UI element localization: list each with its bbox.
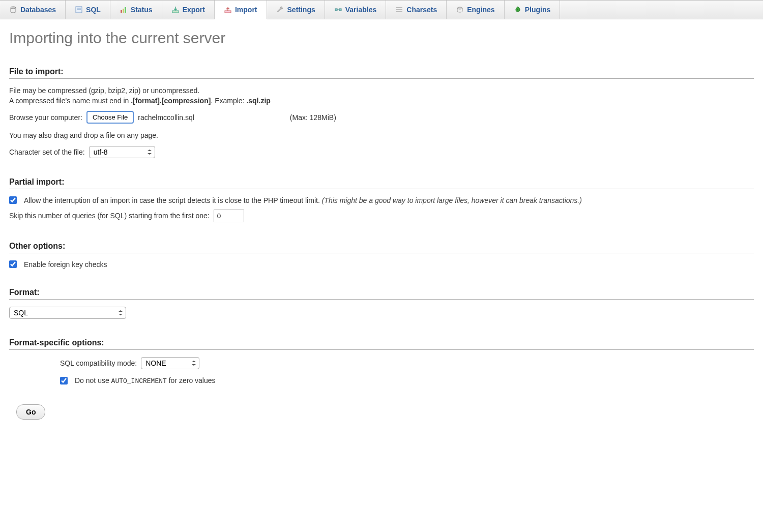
tab-databases[interactable]: Databases: [0, 1, 66, 19]
allow-interruption-label: Allow the interruption of an import in c…: [24, 196, 582, 204]
choose-file-button[interactable]: Choose File: [86, 111, 134, 124]
browse-row: Browse your computer: Choose File rachel…: [9, 111, 754, 124]
tab-label: Import: [235, 6, 257, 14]
tab-label: Variables: [345, 6, 377, 14]
svg-rect-5: [123, 9, 124, 13]
section-heading: Partial import:: [9, 178, 754, 189]
charset-row: Character set of the file: utf-8: [9, 146, 754, 158]
tab-export[interactable]: Export: [162, 1, 215, 19]
import-icon: [224, 6, 232, 14]
svg-rect-4: [121, 10, 122, 13]
foreign-key-checkbox[interactable]: [9, 260, 17, 268]
tab-label: Settings: [287, 6, 315, 14]
tab-engines[interactable]: Engines: [447, 1, 504, 19]
skip-queries-label: Skip this number of queries (for SQL) st…: [9, 212, 210, 220]
section-heading: Format-specific options:: [9, 338, 754, 350]
tab-label: Status: [131, 6, 153, 14]
svg-rect-6: [125, 7, 126, 13]
browse-label: Browse your computer:: [9, 113, 82, 122]
tab-sql[interactable]: SQL: [66, 1, 110, 19]
charsets-icon: [395, 6, 403, 14]
tab-label: Plugins: [525, 6, 551, 14]
allow-interruption-checkbox[interactable]: [9, 196, 17, 204]
tab-label: Export: [183, 6, 205, 14]
engines-icon: [456, 6, 464, 14]
charset-label: Character set of the file:: [9, 148, 85, 156]
tab-variables[interactable]: Variables: [325, 1, 387, 19]
tab-label: SQL: [86, 6, 101, 14]
export-icon: [171, 6, 180, 14]
compression-note: File may be compressed (gzip, bzip2, zip…: [9, 86, 754, 106]
auto-increment-row: Do not use AUTO_INCREMENT for zero value…: [60, 376, 754, 385]
svg-rect-9: [335, 9, 337, 11]
format-section: Format: SQL: [9, 288, 754, 319]
tab-plugins[interactable]: Plugins: [505, 1, 561, 19]
partial-import-section: Partial import: Allow the interruption o…: [9, 178, 754, 222]
main-tabs: Databases SQL Status Export Import Setti…: [0, 0, 763, 19]
status-icon: [120, 6, 128, 14]
tab-charsets[interactable]: Charsets: [386, 1, 447, 19]
svg-rect-7: [172, 11, 179, 13]
compat-mode-label: SQL compatibility mode:: [60, 359, 137, 367]
section-heading: Other options:: [9, 242, 754, 253]
auto-increment-label: Do not use AUTO_INCREMENT for zero value…: [75, 376, 216, 385]
section-heading: Format:: [9, 288, 754, 300]
foreign-key-label: Enable foreign key checks: [24, 260, 107, 269]
allow-interruption-row: Allow the interruption of an import in c…: [9, 196, 754, 204]
variables-icon: [334, 6, 342, 14]
svg-point-14: [457, 7, 462, 9]
format-select[interactable]: SQL: [9, 307, 126, 319]
tab-label: Databases: [20, 6, 56, 14]
tab-import[interactable]: Import: [215, 1, 267, 19]
foreign-key-row: Enable foreign key checks: [9, 260, 754, 269]
file-import-section: File to import: File may be compressed (…: [9, 67, 754, 158]
sql-icon: [75, 6, 83, 14]
database-icon: [9, 6, 17, 14]
compat-mode-row: SQL compatibility mode: NONE: [60, 357, 754, 369]
max-size-label: (Max: 128MiB): [290, 113, 336, 122]
format-specific-section: Format-specific options: SQL compatibili…: [9, 338, 754, 385]
skip-queries-input[interactable]: [214, 210, 244, 222]
main-content: Importing into the current server File t…: [0, 19, 763, 430]
selected-filename: rachelmccollin.sql: [138, 113, 194, 122]
tab-label: Engines: [467, 6, 494, 14]
plugin-icon: [514, 6, 522, 14]
svg-rect-10: [339, 9, 341, 11]
tab-label: Charsets: [406, 6, 437, 14]
other-options-section: Other options: Enable foreign key checks: [9, 242, 754, 269]
svg-point-0: [11, 7, 16, 9]
wrench-icon: [276, 6, 284, 14]
page-title: Importing into the current server: [9, 29, 754, 47]
auto-increment-checkbox[interactable]: [60, 377, 68, 385]
section-heading: File to import:: [9, 67, 754, 79]
go-button[interactable]: Go: [16, 404, 45, 420]
charset-select[interactable]: utf-8: [89, 146, 155, 158]
compat-mode-select[interactable]: NONE: [141, 357, 199, 369]
tab-settings[interactable]: Settings: [267, 1, 325, 19]
skip-queries-row: Skip this number of queries (for SQL) st…: [9, 210, 754, 222]
tab-status[interactable]: Status: [110, 1, 162, 19]
drag-drop-note: You may also drag and drop a file on any…: [9, 131, 754, 141]
